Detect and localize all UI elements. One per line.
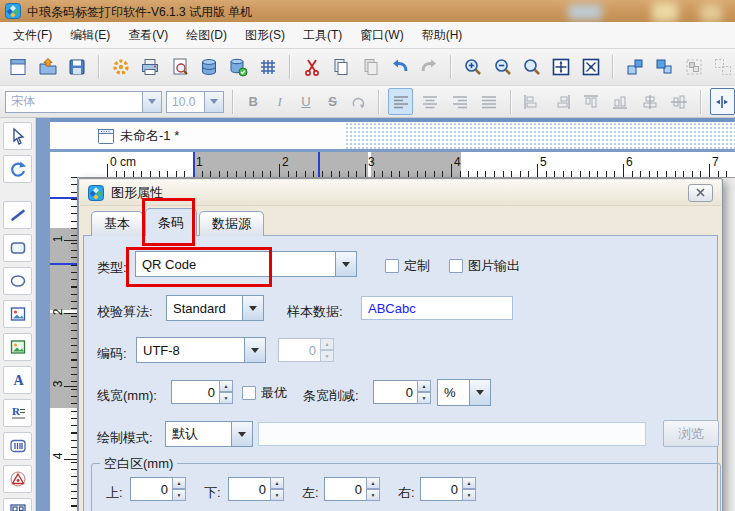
strikethrough-button[interactable]: S	[321, 90, 343, 114]
zoom-button[interactable]	[520, 52, 544, 82]
font-name-dropdown-icon[interactable]	[143, 91, 162, 113]
menu-item-tools[interactable]: 工具(T)	[294, 23, 351, 48]
rotate-tool[interactable]	[3, 155, 32, 183]
menu-item-view[interactable]: 查看(V)	[119, 23, 177, 48]
polygon-tool[interactable]	[3, 465, 32, 493]
select-tool[interactable]	[3, 122, 32, 150]
redo-button[interactable]	[417, 52, 441, 82]
encoding-combobox[interactable]: UTF-8	[136, 337, 266, 363]
picture-tool[interactable]	[3, 333, 32, 361]
browse-button[interactable]: 浏览	[663, 420, 719, 447]
reduction-unit-combobox[interactable]: %	[437, 379, 491, 406]
undo-button[interactable]	[388, 52, 412, 82]
spin-up-icon[interactable]: ▲	[462, 477, 476, 489]
settings-button[interactable]	[109, 52, 133, 82]
align-right-edges-button[interactable]	[549, 88, 574, 115]
spin-up-icon[interactable]: ▲	[270, 477, 284, 489]
spin-down-icon[interactable]: ▼	[219, 392, 233, 404]
dialog-close-button[interactable]	[688, 184, 713, 202]
bring-forward-button[interactable]	[623, 52, 647, 82]
align-right-button[interactable]	[447, 88, 472, 115]
type-combobox[interactable]: QR Code	[135, 251, 357, 277]
spin-up-icon[interactable]: ▲	[366, 477, 380, 489]
database-connect-button[interactable]	[226, 52, 250, 82]
rotate-text-icon[interactable]	[348, 90, 370, 114]
drawmode-dropdown-icon[interactable]	[231, 421, 253, 447]
new-document-button[interactable]	[6, 52, 30, 82]
align-left-button[interactable]	[388, 88, 413, 115]
spin-down-icon[interactable]: ▼	[366, 489, 380, 501]
align-center-button[interactable]	[417, 88, 442, 115]
copy-button[interactable]	[329, 52, 353, 82]
align-left-edges-button[interactable]	[520, 88, 545, 115]
menu-item-edit[interactable]: 编辑(E)	[61, 23, 119, 48]
image-tool[interactable]	[3, 300, 32, 328]
quiet-right-spinner[interactable]: 0 ▲▼	[420, 477, 476, 501]
font-name-combobox[interactable]: 宋体	[5, 91, 162, 113]
menu-item-file[interactable]: 文件(F)	[4, 23, 61, 48]
spin-up-icon[interactable]: ▲	[172, 477, 186, 489]
qr-code-tool[interactable]	[3, 498, 32, 511]
quiet-left-spinner[interactable]: 0 ▲▼	[324, 477, 380, 501]
align-top-edges-button[interactable]	[578, 88, 603, 115]
zoom-out-button[interactable]	[491, 52, 515, 82]
checkbox-box[interactable]	[385, 259, 399, 273]
menu-item-window[interactable]: 窗口(W)	[351, 23, 412, 48]
italic-button[interactable]: I	[268, 90, 290, 114]
image-output-checkbox[interactable]: 图片输出	[449, 257, 520, 275]
align-justify-button[interactable]	[476, 88, 501, 115]
spin-up-icon[interactable]: ▲	[219, 380, 233, 392]
checksum-dropdown-icon[interactable]	[242, 295, 264, 321]
print-button[interactable]	[138, 52, 162, 82]
quiet-top-spinner[interactable]: 0 ▲▼	[130, 477, 186, 501]
tab-barcode[interactable]: 条码	[145, 208, 197, 236]
reduction-unit-dropdown-icon[interactable]	[469, 379, 491, 406]
send-backward-button[interactable]	[652, 52, 676, 82]
spin-down-icon[interactable]: ▼	[172, 489, 186, 501]
font-size-dropdown-icon[interactable]	[205, 91, 224, 113]
fit-to-window-button[interactable]	[549, 52, 573, 82]
spin-down-icon[interactable]: ▼	[417, 392, 431, 404]
ellipse-tool[interactable]	[3, 267, 32, 295]
text-tool[interactable]: A	[3, 366, 32, 394]
database-button[interactable]	[197, 52, 221, 82]
group-button[interactable]	[681, 52, 705, 82]
rounded-rectangle-tool[interactable]	[3, 234, 32, 262]
type-dropdown-icon[interactable]	[335, 251, 357, 277]
ungroup-button[interactable]	[711, 52, 735, 82]
menu-item-draw[interactable]: 绘图(D)	[177, 23, 236, 48]
center-vertically-button[interactable]	[666, 88, 691, 115]
linewidth-spinner[interactable]: 0 ▲▼	[171, 380, 233, 404]
paste-button[interactable]	[358, 52, 382, 82]
tab-datasource[interactable]: 数据源	[199, 211, 264, 236]
sample-data-field[interactable]: ABCabc	[361, 296, 513, 320]
line-tool[interactable]	[3, 201, 32, 229]
checkbox-box[interactable]	[242, 386, 256, 400]
grid-button[interactable]	[256, 52, 280, 82]
font-size-combobox[interactable]: 10.0	[166, 91, 224, 113]
fit-actual-size-button[interactable]	[579, 52, 603, 82]
zoom-in-button[interactable]	[461, 52, 485, 82]
quiet-bottom-spinner[interactable]: 0 ▲▼	[228, 477, 284, 501]
barcode-tool[interactable]	[3, 432, 32, 460]
reduction-spinner[interactable]: 0 ▲▼	[373, 380, 431, 404]
open-file-button[interactable]	[35, 52, 59, 82]
center-horizontally-button[interactable]	[637, 88, 662, 115]
spin-down-icon[interactable]: ▼	[462, 489, 476, 501]
tab-basic[interactable]: 基本	[91, 211, 143, 236]
underline-button[interactable]: U	[295, 90, 317, 114]
checkbox-box[interactable]	[449, 259, 463, 273]
encoding-dropdown-icon[interactable]	[244, 337, 266, 363]
align-bottom-edges-button[interactable]	[608, 88, 633, 115]
dialog-titlebar[interactable]: 图形属性	[80, 180, 721, 206]
optimal-checkbox[interactable]: 最优	[242, 384, 287, 402]
center-in-label-button[interactable]	[710, 88, 735, 115]
spin-down-icon[interactable]: ▼	[270, 489, 284, 501]
spin-up-icon[interactable]: ▲	[417, 380, 431, 392]
custom-checkbox[interactable]: 定制	[385, 257, 430, 275]
document-tab[interactable]: 未命名-1 *	[90, 125, 187, 147]
menu-item-help[interactable]: 帮助(H)	[413, 23, 472, 48]
save-button[interactable]	[65, 52, 89, 82]
rich-text-tool[interactable]: R	[3, 399, 32, 427]
menu-item-graphic[interactable]: 图形(S)	[236, 23, 294, 48]
